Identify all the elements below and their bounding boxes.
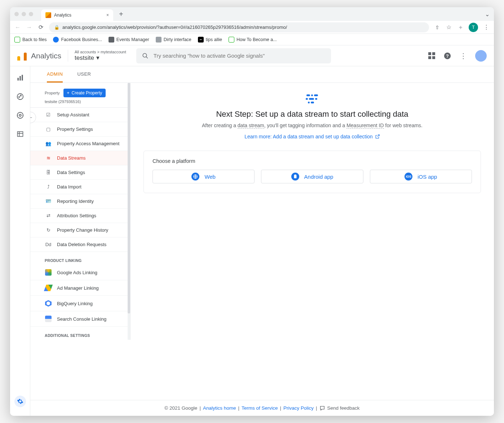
admin-item-icon: Dd — [45, 242, 52, 247]
browser-address-bar: ← → ⟳ 🔒 analytics.google.com/analytics/w… — [10, 21, 494, 34]
admin-item-data-deletion-requests[interactable]: DdData Deletion Requests — [30, 237, 130, 252]
explore-icon[interactable] — [16, 111, 25, 120]
analytics-favicon-icon — [45, 12, 51, 18]
help-icon[interactable]: ? — [443, 52, 451, 60]
admin-item-icon: ☑ — [45, 112, 52, 117]
svg-line-1 — [146, 57, 148, 58]
svg-rect-16 — [306, 98, 308, 100]
forward-icon[interactable]: → — [26, 24, 32, 31]
admin-item-data-import[interactable]: ⤴Data Import — [30, 180, 130, 194]
bookmark-item[interactable]: Back to files — [14, 37, 47, 43]
send-feedback-link[interactable]: Send feedback — [327, 405, 360, 411]
close-window-icon[interactable] — [14, 12, 19, 16]
dotted-term[interactable]: data stream — [238, 123, 264, 129]
realtime-icon[interactable] — [16, 92, 25, 101]
bookmark-item[interactable]: Events Manager — [109, 37, 149, 43]
footer-link-tos[interactable]: Terms of Service — [242, 405, 278, 411]
product-icon — [45, 269, 52, 276]
product-icon — [45, 300, 52, 307]
admin-item-setup-assistant[interactable]: ☑Setup Assistant — [30, 108, 130, 122]
product-linking-google-ads-linking[interactable]: Google Ads Linking — [30, 265, 130, 280]
dotted-term[interactable]: Measurement ID — [346, 123, 384, 129]
globe-icon — [191, 173, 199, 181]
plus-icon: + — [67, 90, 70, 95]
account-picker[interactable]: All accounts > mytestaccount testsite▾ — [68, 50, 126, 62]
svg-point-22 — [294, 175, 295, 175]
admin-gear-icon[interactable] — [14, 396, 26, 407]
browser-menu-icon[interactable]: ⋮ — [483, 24, 490, 31]
bookmark-item[interactable]: How To Become a... — [229, 37, 277, 43]
sidebar-scroll-thumb[interactable] — [128, 83, 130, 313]
admin-item-icon: ⤴ — [45, 184, 52, 190]
search-icon — [142, 53, 149, 59]
platform-web-button[interactable]: Web — [152, 170, 255, 183]
tabs-overflow-icon[interactable]: ⌄ — [485, 11, 490, 18]
minimize-window-icon[interactable] — [22, 12, 26, 16]
bookmark-item[interactable]: Facebook Busines... — [53, 37, 102, 43]
feedback-icon — [319, 405, 325, 411]
create-property-button[interactable]: +Create Property — [63, 89, 106, 97]
platform-ios-button[interactable]: iOS iOS app — [370, 170, 472, 183]
reports-icon[interactable] — [16, 74, 25, 82]
svg-text:?: ? — [446, 53, 449, 58]
product-linking-ad-manager-linking[interactable]: Ad Manager Linking — [30, 280, 130, 296]
reload-icon[interactable]: ⟳ — [37, 24, 44, 31]
new-tab-button[interactable]: + — [116, 10, 126, 18]
admin-item-label: Property Access Management — [57, 141, 119, 146]
svg-rect-14 — [311, 94, 313, 96]
admin-item-icon: 🪪 — [45, 199, 52, 204]
svg-rect-18 — [315, 98, 317, 100]
admin-item-property-settings[interactable]: ▢Property Settings — [30, 122, 130, 137]
address-field[interactable]: 🔒 analytics.google.com/analytics/web/pro… — [49, 22, 429, 32]
learn-more-link[interactable]: Learn more: Add a data stream and set up… — [244, 134, 380, 139]
crumbs-top: All accounts > mytestaccount — [75, 50, 126, 54]
admin-item-data-streams[interactable]: ≋Data Streams — [30, 151, 130, 165]
tab-user[interactable]: USER — [77, 66, 91, 83]
extensions-icon[interactable]: ✦ — [457, 24, 464, 31]
admin-item-attribution-settings[interactable]: ⇄Attribution Settings — [30, 209, 130, 223]
browser-profile-avatar[interactable]: T — [469, 23, 478, 32]
search-bar[interactable] — [136, 48, 331, 63]
back-icon[interactable]: ← — [14, 24, 21, 31]
admin-item-icon: ≋ — [45, 155, 52, 161]
admin-item-data-settings[interactable]: 🗄Data Settings — [30, 165, 130, 180]
bookmark-star-icon[interactable]: ☆ — [446, 24, 452, 31]
svg-rect-6 — [22, 75, 23, 81]
share-icon[interactable]: ⇧ — [434, 25, 441, 30]
configure-icon[interactable] — [16, 130, 25, 138]
apps-grid-icon[interactable] — [428, 52, 436, 60]
close-tab-icon[interactable]: × — [106, 13, 109, 18]
footer-link-privacy[interactable]: Privacy Policy — [283, 405, 314, 411]
product-linking-bigquery-linking[interactable]: BigQuery Linking — [30, 296, 130, 311]
external-link-icon — [375, 134, 380, 139]
tab-title: Analytics — [54, 13, 71, 18]
brand[interactable]: Analytics — [17, 51, 61, 61]
platform-android-button[interactable]: Android app — [261, 170, 363, 183]
bookmark-item[interactable]: ••tips allie — [198, 37, 222, 43]
footer-link-home[interactable]: Analytics home — [203, 405, 236, 411]
tab-admin[interactable]: ADMIN — [47, 66, 63, 83]
product-linking-search-console-linking[interactable]: Search Console Linking — [30, 311, 130, 327]
bookmark-item[interactable]: Dirty interface — [156, 37, 191, 43]
maximize-window-icon[interactable] — [29, 12, 33, 16]
property-name[interactable]: testsite (297936516) — [30, 99, 130, 107]
product-label: BigQuery Linking — [57, 301, 93, 306]
admin-item-label: Data Import — [57, 184, 81, 190]
user-avatar[interactable] — [475, 50, 487, 62]
browser-tab[interactable]: Analytics × — [41, 9, 113, 21]
ios-icon: iOS — [404, 173, 412, 181]
svg-rect-5 — [19, 76, 21, 81]
admin-item-property-access-management[interactable]: 👥Property Access Management — [30, 137, 130, 151]
brand-text: Analytics — [31, 52, 61, 60]
search-input[interactable] — [154, 53, 325, 59]
product-label: Google Ads Linking — [57, 270, 97, 275]
main-panel: Next Step: Set up a data stream to start… — [131, 83, 494, 400]
main-title: Next Step: Set up a data stream to start… — [175, 110, 449, 119]
admin-item-reporting-identity[interactable]: 🪪Reporting Identity — [30, 194, 130, 209]
admin-item-label: Property Settings — [57, 126, 93, 132]
admin-item-property-change-history[interactable]: ↻Property Change History — [30, 223, 130, 237]
choose-platform-label: Choose a platform — [152, 158, 472, 164]
more-menu-icon[interactable]: ⋮ — [459, 52, 467, 60]
svg-point-8 — [17, 112, 23, 119]
android-icon — [291, 173, 299, 181]
